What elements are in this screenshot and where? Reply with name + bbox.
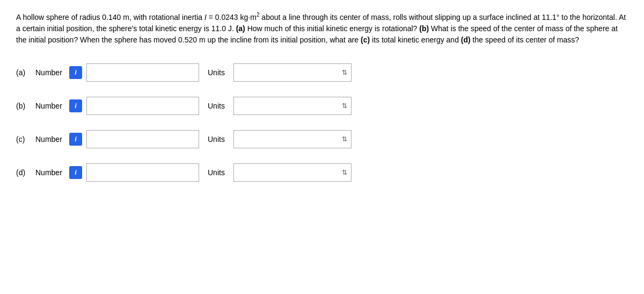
number-label-0: Number: [35, 68, 65, 77]
info-badge-2: i: [69, 133, 82, 146]
answer-row-a: (a) Number i Units ⇅: [16, 59, 628, 87]
part-label-1: (b): [16, 102, 31, 110]
units-select-wrapper-2: ⇅: [233, 130, 352, 148]
answer-row-b: (b) Number i Units ⇅: [16, 92, 628, 120]
units-input-0[interactable]: [233, 63, 352, 82]
number-input-3[interactable]: [86, 163, 199, 182]
answer-row-c: (c) Number i Units ⇅: [16, 125, 628, 153]
units-input-2[interactable]: [233, 130, 352, 148]
units-label-2: Units: [208, 135, 229, 144]
answer-row-d: (d) Number i Units ⇅: [16, 159, 628, 187]
units-label-3: Units: [208, 168, 229, 177]
units-label-1: Units: [208, 102, 229, 110]
units-label-0: Units: [208, 68, 229, 77]
units-input-1[interactable]: [233, 97, 352, 115]
number-label-1: Number: [35, 102, 65, 110]
number-label-3: Number: [35, 168, 65, 177]
number-input-1[interactable]: [86, 97, 199, 115]
info-badge-0: i: [69, 66, 82, 79]
units-input-3[interactable]: [233, 163, 352, 182]
info-badge-1: i: [69, 99, 82, 112]
number-input-0[interactable]: [86, 63, 199, 82]
number-input-2[interactable]: [86, 130, 199, 148]
part-label-0: (a): [16, 68, 31, 77]
number-label-2: Number: [35, 135, 65, 144]
problem-text: A hollow sphere of radius 0.140 m, with …: [16, 11, 628, 46]
info-badge-3: i: [69, 166, 82, 179]
part-label-2: (c): [16, 135, 31, 144]
units-select-wrapper-1: ⇅: [233, 97, 352, 115]
units-select-wrapper-0: ⇅: [233, 63, 352, 82]
units-select-wrapper-3: ⇅: [233, 163, 352, 182]
part-label-3: (d): [16, 168, 31, 177]
answer-rows: (a) Number i Units ⇅ (b) Number i Units …: [16, 59, 628, 187]
